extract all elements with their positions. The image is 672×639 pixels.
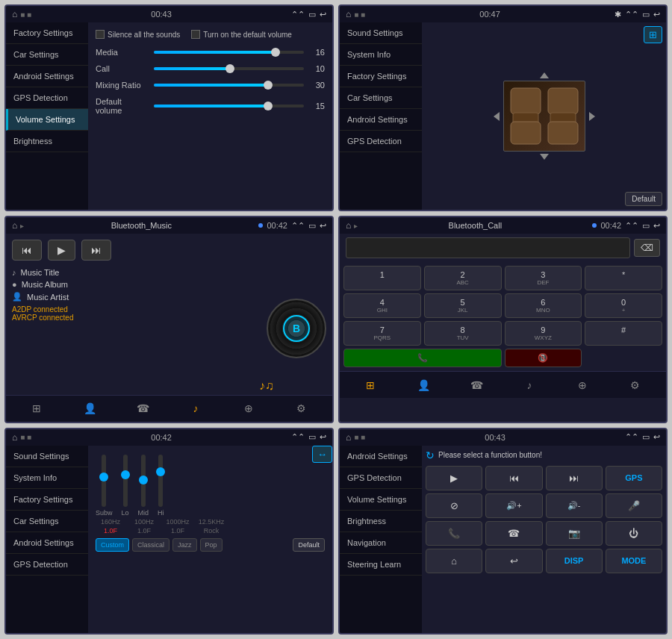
nav-contact[interactable]: 👤 (65, 396, 115, 422)
refresh-icon[interactable]: ↻ (426, 449, 435, 461)
mixing-slider[interactable] (154, 84, 304, 87)
backspace-btn[interactable]: ⌫ (634, 239, 660, 257)
back-icon-3[interactable]: ↩ (320, 221, 326, 231)
arrow-up-btn[interactable] (540, 72, 549, 78)
nav-music[interactable]: ♪ (170, 396, 220, 422)
s5-factory[interactable]: Factory Settings (6, 489, 88, 511)
func-home[interactable]: ⌂ (426, 549, 482, 573)
dial-8[interactable]: 8TUV (424, 321, 502, 346)
func-volup[interactable]: 🔊+ (485, 493, 542, 518)
settings-icon-button[interactable]: ⊞ (644, 26, 662, 43)
preset-classical[interactable]: Classical (132, 538, 169, 552)
s5-android[interactable]: Android Settings (6, 532, 88, 554)
s2-sysinfo[interactable]: System Info (340, 44, 422, 66)
func-disp[interactable]: DISP (546, 549, 603, 573)
dial-4[interactable]: 4GHI (343, 293, 421, 318)
preset-custom[interactable]: Custom (96, 538, 129, 552)
s2-car[interactable]: Car Settings (340, 87, 422, 109)
func-next[interactable]: ⏭ (546, 466, 603, 490)
func-camera[interactable]: 📷 (546, 521, 603, 546)
func-mode[interactable]: MODE (606, 549, 662, 573)
s5-sound[interactable]: Sound Settings (6, 446, 88, 467)
func-phone[interactable]: 📞 (426, 521, 482, 546)
s5-car[interactable]: Car Settings (6, 511, 88, 532)
eq-icon-btn[interactable]: ↔ (312, 446, 332, 463)
silence-checkbox[interactable]: Silence all the sounds (96, 30, 180, 39)
play-btn[interactable]: ▶ (48, 240, 75, 261)
s6-volume[interactable]: Volume Settings (340, 489, 422, 511)
s2-sound[interactable]: Sound Settings (340, 22, 422, 44)
eq-track-mid[interactable] (141, 455, 146, 507)
defaultvol-checkbox-box[interactable] (191, 30, 200, 39)
func-mic[interactable]: 🎤 (606, 493, 662, 518)
sidebar-item-volume[interactable]: Volume Settings (6, 109, 88, 131)
nav-settings-call[interactable]: ⚙ (610, 372, 660, 398)
func-play[interactable]: ▶ (426, 466, 482, 490)
sidebar-item-android[interactable]: Android Settings (6, 66, 88, 87)
back-icon-2[interactable]: ↩ (653, 10, 660, 19)
home-icon-2[interactable]: ⌂ (346, 9, 351, 19)
nav-grid-call[interactable]: ⊞ (346, 372, 396, 398)
nav-call[interactable]: ☎ (118, 396, 168, 422)
arrow-down-btn[interactable] (540, 154, 549, 160)
hangup-btn[interactable]: 📵 (505, 349, 582, 367)
func-mute[interactable]: ⊘ (426, 493, 482, 518)
s6-steering[interactable]: Steering Learn (340, 554, 422, 576)
nav-grid[interactable]: ⊞ (12, 396, 62, 422)
func-gps[interactable]: GPS (606, 466, 662, 490)
dial-3[interactable]: 3DEF (505, 266, 582, 290)
s6-brightness[interactable]: Brightness (340, 511, 422, 532)
s2-android[interactable]: Android Settings (340, 109, 422, 131)
eq-thumb-subw[interactable] (99, 473, 108, 481)
dial-hash[interactable]: # (585, 321, 662, 346)
home-icon-5[interactable]: ⌂ (12, 432, 17, 443)
eq-track-lo[interactable] (123, 455, 128, 507)
nav-settings[interactable]: ⚙ (276, 396, 326, 422)
sidebar-item-brightness[interactable]: Brightness (6, 131, 88, 152)
eq-default-btn[interactable]: Default (293, 538, 325, 552)
func-voldown[interactable]: 🔊- (546, 493, 603, 518)
home-icon-4[interactable]: ⌂ (346, 220, 351, 231)
defaultvol-checkbox[interactable]: Turn on the default volume (191, 30, 292, 39)
back-icon[interactable]: ↩ (320, 10, 326, 19)
sidebar-item-gps[interactable]: GPS Detection (6, 87, 88, 109)
dial-1[interactable]: 1 (343, 266, 421, 290)
s2-gps[interactable]: GPS Detection (340, 131, 422, 152)
home-icon-3[interactable]: ⌂ (12, 220, 17, 231)
func-power[interactable]: ⏻ (606, 521, 662, 546)
func-hangup2[interactable]: ☎ (485, 521, 542, 546)
nav-link-call[interactable]: ⊕ (557, 372, 607, 398)
dial-2[interactable]: 2ABC (424, 266, 502, 290)
dial-5[interactable]: 5JKL (424, 293, 502, 318)
func-back[interactable]: ↩ (485, 549, 542, 573)
default-btn-2[interactable]: Default (625, 192, 662, 206)
nav-music-call[interactable]: ♪ (504, 372, 554, 398)
arrow-right-btn[interactable] (589, 112, 595, 121)
call-btn[interactable]: 📞 (343, 349, 502, 367)
media-slider[interactable] (154, 51, 304, 54)
dial-0[interactable]: 0+ (585, 293, 662, 318)
dial-6[interactable]: 6MNO (505, 293, 582, 318)
dial-7[interactable]: 7PQRS (343, 321, 421, 346)
s6-navigation[interactable]: Navigation (340, 532, 422, 554)
s6-gps[interactable]: GPS Detection (340, 467, 422, 489)
back-icon-6[interactable]: ↩ (653, 432, 660, 442)
nav-contact-call[interactable]: 👤 (399, 372, 449, 398)
defvol-slider[interactable] (154, 105, 304, 107)
home-icon-6[interactable]: ⌂ (346, 432, 351, 443)
eq-thumb-mid[interactable] (139, 476, 148, 484)
preset-jazz[interactable]: Jazz (172, 538, 197, 552)
eq-track-hi[interactable] (158, 455, 163, 507)
back-icon-5[interactable]: ↩ (320, 432, 326, 442)
dial-star[interactable]: * (585, 266, 662, 290)
s5-sysinfo[interactable]: System Info (6, 467, 88, 489)
dial-9[interactable]: 9WXYZ (505, 321, 582, 346)
s2-factory[interactable]: Factory Settings (340, 66, 422, 87)
eq-track-subw[interactable] (102, 455, 106, 507)
sidebar-item-car[interactable]: Car Settings (6, 44, 88, 66)
silence-checkbox-box[interactable] (96, 30, 105, 39)
s6-android[interactable]: Android Settings (340, 446, 422, 467)
call-slider[interactable] (154, 67, 304, 70)
prev-btn[interactable]: ⏮ (12, 240, 42, 261)
eq-thumb-hi[interactable] (156, 467, 165, 476)
